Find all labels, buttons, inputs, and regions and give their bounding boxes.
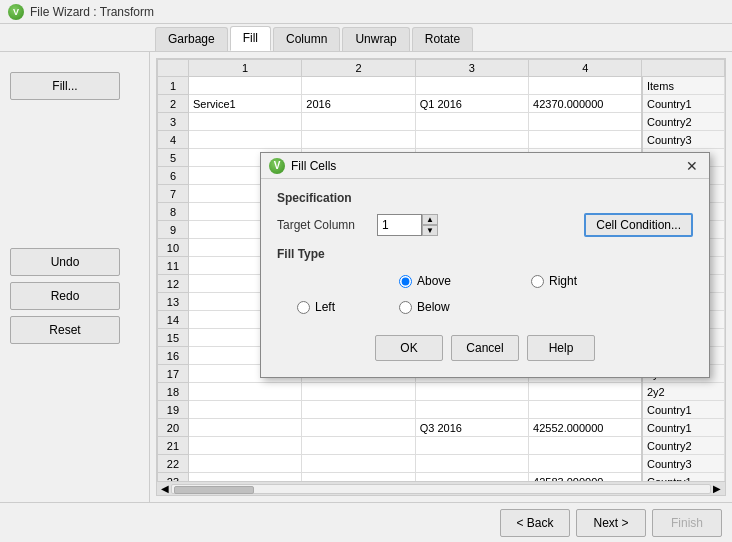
radio-left[interactable]: Left xyxy=(297,295,397,319)
cell-c5[interactable]: 2y2 xyxy=(642,383,725,401)
table-row: 21 Country2 xyxy=(158,437,725,455)
row-number: 2 xyxy=(158,95,189,113)
cell-c5[interactable]: Country1 xyxy=(642,95,725,113)
undo-button[interactable]: Undo xyxy=(10,248,120,276)
cell-c3[interactable]: Q1 2016 xyxy=(415,95,528,113)
cell-c1[interactable] xyxy=(188,437,301,455)
tab-garbage[interactable]: Garbage xyxy=(155,27,228,51)
cell-c1[interactable] xyxy=(188,455,301,473)
redo-button[interactable]: Redo xyxy=(10,282,120,310)
dialog-body: Specification Target Column ▲ ▼ Cell Con… xyxy=(261,179,709,377)
cell-c4[interactable] xyxy=(529,383,642,401)
cell-c4[interactable] xyxy=(529,77,642,95)
cell-c5[interactable]: Country3 xyxy=(642,131,725,149)
cell-c1[interactable] xyxy=(188,113,301,131)
radio-right[interactable]: Right xyxy=(531,269,631,293)
cell-c1[interactable] xyxy=(188,473,301,482)
cell-c3[interactable] xyxy=(415,437,528,455)
cell-c1[interactable] xyxy=(188,131,301,149)
cell-c2[interactable] xyxy=(302,455,415,473)
radio-right-input[interactable] xyxy=(531,275,544,288)
cell-c5[interactable]: Items xyxy=(642,77,725,95)
target-column-spinner[interactable]: ▲ ▼ xyxy=(377,214,438,236)
next-button[interactable]: Next > xyxy=(576,509,646,537)
cell-c4[interactable] xyxy=(529,113,642,131)
title-bar: V File Wizard : Transform xyxy=(0,0,732,24)
cell-c1[interactable] xyxy=(188,401,301,419)
radio-below[interactable]: Below xyxy=(399,295,529,319)
tab-fill[interactable]: Fill xyxy=(230,26,271,51)
cell-c5[interactable]: Country1 xyxy=(642,401,725,419)
radio-above[interactable]: Above xyxy=(399,269,529,293)
finish-button[interactable]: Finish xyxy=(652,509,722,537)
fill-type-section: Fill Type Above Right xyxy=(277,247,693,319)
fill-button[interactable]: Fill... xyxy=(10,72,120,100)
cell-c2[interactable] xyxy=(302,401,415,419)
table-row: 2 Service1 2016 Q1 2016 42370.000000 Cou… xyxy=(158,95,725,113)
cell-c2[interactable] xyxy=(302,77,415,95)
cell-condition-button[interactable]: Cell Condition... xyxy=(584,213,693,237)
cell-c3[interactable]: Q3 2016 xyxy=(415,419,528,437)
tab-column[interactable]: Column xyxy=(273,27,340,51)
cell-c5[interactable]: Country2 xyxy=(642,437,725,455)
row-number: 10 xyxy=(158,239,189,257)
cell-c4[interactable] xyxy=(529,401,642,419)
row-number: 16 xyxy=(158,347,189,365)
cell-c2[interactable] xyxy=(302,437,415,455)
cell-c3[interactable] xyxy=(415,113,528,131)
target-column-label: Target Column xyxy=(277,218,367,232)
cell-c5[interactable]: Country1 xyxy=(642,473,725,482)
cell-c4[interactable] xyxy=(529,437,642,455)
cell-c3[interactable] xyxy=(415,77,528,95)
ok-button[interactable]: OK xyxy=(375,335,443,361)
spinner-up-btn[interactable]: ▲ xyxy=(422,214,438,225)
cell-c4[interactable] xyxy=(529,455,642,473)
radio-left-input[interactable] xyxy=(297,301,310,314)
cancel-button[interactable]: Cancel xyxy=(451,335,519,361)
scrollbar-track[interactable] xyxy=(171,484,711,494)
help-button[interactable]: Help xyxy=(527,335,595,361)
row-number: 11 xyxy=(158,257,189,275)
table-row: 4 Country3 xyxy=(158,131,725,149)
cell-c1[interactable] xyxy=(188,77,301,95)
horizontal-scrollbar[interactable]: ◀ ▶ xyxy=(157,481,725,495)
cell-c5[interactable]: Country3 xyxy=(642,455,725,473)
row-number: 20 xyxy=(158,419,189,437)
cell-c4[interactable]: 42552.000000 xyxy=(529,419,642,437)
dialog-close-button[interactable]: ✕ xyxy=(683,157,701,175)
cell-c1[interactable]: Service1 xyxy=(188,95,301,113)
cell-c5[interactable]: Country2 xyxy=(642,113,725,131)
cell-c3[interactable] xyxy=(415,455,528,473)
spinner-down-btn[interactable]: ▼ xyxy=(422,225,438,236)
tab-rotate[interactable]: Rotate xyxy=(412,27,473,51)
cell-c2[interactable] xyxy=(302,419,415,437)
radio-right-label: Right xyxy=(549,274,577,288)
radio-below-input[interactable] xyxy=(399,301,412,314)
tab-unwrap[interactable]: Unwrap xyxy=(342,27,409,51)
cell-c3[interactable] xyxy=(415,131,528,149)
cell-c4[interactable]: 42370.000000 xyxy=(529,95,642,113)
cell-c1[interactable] xyxy=(188,383,301,401)
cell-c2[interactable] xyxy=(302,131,415,149)
cell-c2[interactable]: 2016 xyxy=(302,95,415,113)
cell-c2[interactable] xyxy=(302,383,415,401)
row-number: 12 xyxy=(158,275,189,293)
title-bar-text: File Wizard : Transform xyxy=(30,5,154,19)
back-button[interactable]: < Back xyxy=(500,509,570,537)
cell-c4[interactable]: 42583.000000 xyxy=(529,473,642,482)
radio-above-input[interactable] xyxy=(399,275,412,288)
cell-c5[interactable]: Country1 xyxy=(642,419,725,437)
target-column-input[interactable] xyxy=(377,214,422,236)
cell-c2[interactable] xyxy=(302,473,415,482)
cell-c3[interactable] xyxy=(415,383,528,401)
cell-c2[interactable] xyxy=(302,113,415,131)
scrollbar-thumb[interactable] xyxy=(174,486,254,494)
cell-c4[interactable] xyxy=(529,131,642,149)
scroll-right-btn[interactable]: ▶ xyxy=(711,483,723,494)
row-number: 14 xyxy=(158,311,189,329)
reset-button[interactable]: Reset xyxy=(10,316,120,344)
scroll-left-btn[interactable]: ◀ xyxy=(159,483,171,494)
cell-c1[interactable] xyxy=(188,419,301,437)
cell-c3[interactable] xyxy=(415,401,528,419)
cell-c3[interactable] xyxy=(415,473,528,482)
